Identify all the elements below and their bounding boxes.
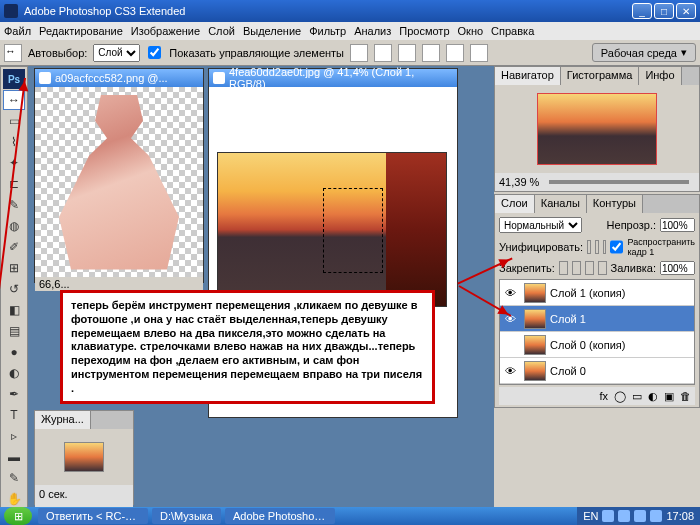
- tab-layers[interactable]: Слои: [495, 195, 535, 213]
- workspace-button[interactable]: Рабочая среда ▾: [592, 43, 696, 62]
- menu-file[interactable]: Файл: [4, 25, 31, 37]
- menu-help[interactable]: Справка: [491, 25, 534, 37]
- heal-tool[interactable]: ◍: [3, 216, 25, 236]
- folder-icon[interactable]: ▭: [632, 390, 642, 403]
- taskbar-item[interactable]: Ответить < RC-MIR....: [38, 508, 148, 524]
- show-controls-checkbox[interactable]: [148, 46, 161, 59]
- eye-icon[interactable]: 👁: [500, 313, 520, 325]
- slice-tool[interactable]: ✎: [3, 195, 25, 215]
- layer-row[interactable]: 👁Слой 1: [500, 306, 694, 332]
- menu-layer[interactable]: Слой: [208, 25, 235, 37]
- opacity-label: Непрозр.:: [607, 219, 656, 231]
- brush-tool[interactable]: ✐: [3, 237, 25, 257]
- opacity-input[interactable]: [660, 218, 695, 232]
- layer-thumb: [524, 335, 546, 355]
- taskbar-item[interactable]: D:\Музыка: [152, 508, 221, 524]
- new-layer-icon[interactable]: ▣: [664, 390, 674, 403]
- unify-icon[interactable]: [595, 240, 599, 254]
- tray-icon[interactable]: [650, 510, 662, 522]
- zoom-slider[interactable]: [549, 180, 689, 184]
- fill-label: Заливка:: [611, 262, 656, 274]
- lasso-tool[interactable]: ⌇: [3, 132, 25, 152]
- lock-icon[interactable]: [585, 261, 594, 275]
- adjustment-icon[interactable]: ◐: [648, 390, 658, 403]
- type-tool[interactable]: T: [3, 405, 25, 425]
- menu-select[interactable]: Выделение: [243, 25, 301, 37]
- align-icon[interactable]: [470, 44, 488, 62]
- unify-icon[interactable]: [587, 240, 591, 254]
- lock-icon[interactable]: [559, 261, 568, 275]
- menu-image[interactable]: Изображение: [131, 25, 200, 37]
- move-tool-icon[interactable]: ↔: [4, 44, 22, 62]
- align-icon[interactable]: [446, 44, 464, 62]
- tray-icon[interactable]: [618, 510, 630, 522]
- tab-histogram[interactable]: Гистограмма: [561, 67, 640, 85]
- taskbar-item[interactable]: Adobe Photoshop CS...: [225, 508, 335, 524]
- dodge-tool[interactable]: ◐: [3, 363, 25, 383]
- tab-navigator[interactable]: Навигатор: [495, 67, 561, 85]
- autoselect-dropdown[interactable]: Слой: [93, 44, 140, 62]
- system-tray: EN 17:08: [577, 507, 700, 525]
- sunset-image: [217, 152, 447, 307]
- girl-image: [59, 95, 179, 270]
- lock-icon[interactable]: [572, 261, 581, 275]
- lang-indicator[interactable]: EN: [583, 510, 598, 522]
- doc1-canvas[interactable]: [35, 87, 203, 277]
- align-icon[interactable]: [398, 44, 416, 62]
- eraser-tool[interactable]: ◧: [3, 300, 25, 320]
- navigator-thumb[interactable]: [537, 93, 657, 165]
- start-button[interactable]: ⊞: [4, 507, 32, 525]
- stamp-tool[interactable]: ⊞: [3, 258, 25, 278]
- menu-analysis[interactable]: Анализ: [354, 25, 391, 37]
- fill-input[interactable]: [660, 261, 695, 275]
- align-icon[interactable]: [374, 44, 392, 62]
- crop-tool[interactable]: ⊏: [3, 174, 25, 194]
- canvas-area: a09acfccc582.png @... 66,6... 4fea60dd2a…: [28, 66, 494, 507]
- history-panel[interactable]: Журна... 0 сек. Всегда: [34, 410, 134, 505]
- blend-mode-dropdown[interactable]: Нормальный: [499, 217, 582, 233]
- tab-paths[interactable]: Контуры: [587, 195, 643, 213]
- menu-window[interactable]: Окно: [458, 25, 484, 37]
- unify-icon[interactable]: [603, 240, 607, 254]
- close-button[interactable]: ✕: [676, 3, 696, 19]
- path-tool[interactable]: ▹: [3, 426, 25, 446]
- eye-icon[interactable]: 👁: [500, 287, 520, 299]
- shape-tool[interactable]: ▬: [3, 447, 25, 467]
- hand-tool[interactable]: ✋: [3, 489, 25, 509]
- layer-row[interactable]: 👁Слой 0: [500, 358, 694, 384]
- align-icon[interactable]: [350, 44, 368, 62]
- eye-icon[interactable]: 👁: [500, 365, 520, 377]
- doc2-titlebar[interactable]: 4fea60dd2ae0t.jpg @ 41,4% (Слой 1, RGB/8…: [209, 69, 457, 87]
- propagate-checkbox[interactable]: [610, 240, 623, 254]
- menu-view[interactable]: Просмотр: [399, 25, 449, 37]
- layer-row[interactable]: Слой 0 (копия): [500, 332, 694, 358]
- fx-icon[interactable]: fx: [599, 390, 608, 402]
- move-tool[interactable]: ↔: [3, 90, 25, 110]
- tray-icon[interactable]: [602, 510, 614, 522]
- marquee-tool[interactable]: ▭: [3, 111, 25, 131]
- lock-icon[interactable]: [598, 261, 607, 275]
- mask-icon[interactable]: ◯: [614, 390, 626, 403]
- maximize-button[interactable]: □: [654, 3, 674, 19]
- eyedropper-tool[interactable]: ✎: [3, 468, 25, 488]
- tab-channels[interactable]: Каналы: [535, 195, 587, 213]
- history-tab[interactable]: Журна...: [35, 411, 91, 429]
- menu-edit[interactable]: Редактирование: [39, 25, 123, 37]
- trash-icon[interactable]: 🗑: [680, 390, 691, 402]
- doc1-titlebar[interactable]: a09acfccc582.png @...: [35, 69, 203, 87]
- document-1[interactable]: a09acfccc582.png @... 66,6...: [34, 68, 204, 283]
- minimize-button[interactable]: _: [632, 3, 652, 19]
- gradient-tool[interactable]: ▤: [3, 321, 25, 341]
- layer-row[interactable]: 👁Слой 1 (копия): [500, 280, 694, 306]
- menu-filter[interactable]: Фильтр: [309, 25, 346, 37]
- tab-info[interactable]: Инфо: [639, 67, 681, 85]
- ps-icon[interactable]: Ps: [3, 69, 25, 89]
- blur-tool[interactable]: ●: [3, 342, 25, 362]
- clock[interactable]: 17:08: [666, 510, 694, 522]
- align-icon[interactable]: [422, 44, 440, 62]
- pen-tool[interactable]: ✒: [3, 384, 25, 404]
- wand-tool[interactable]: ✦: [3, 153, 25, 173]
- history-brush-tool[interactable]: ↺: [3, 279, 25, 299]
- tray-icon[interactable]: [634, 510, 646, 522]
- history-thumb[interactable]: [64, 442, 104, 472]
